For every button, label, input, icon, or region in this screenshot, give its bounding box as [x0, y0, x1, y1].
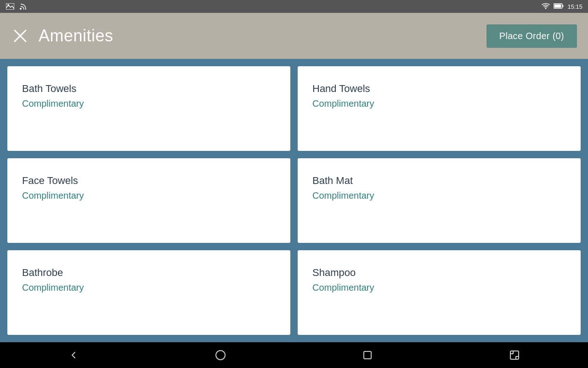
svg-rect-6: [563, 5, 564, 7]
wifi-icon: [542, 3, 550, 11]
rss-icon: [18, 3, 28, 10]
status-bar-right: 15:15: [542, 3, 582, 11]
amenity-price: Complimentary: [22, 190, 276, 201]
amenity-price: Complimentary: [22, 98, 276, 109]
amenity-name: Shampoo: [312, 267, 566, 279]
close-button[interactable]: [11, 27, 29, 45]
svg-point-2: [20, 8, 22, 10]
amenity-name: Face Towels: [22, 175, 276, 187]
amenity-name: Bath Mat: [312, 175, 566, 187]
amenity-card[interactable]: Face TowelsComplimentary: [7, 158, 290, 243]
battery-icon: [554, 3, 564, 10]
amenity-card[interactable]: Bath MatComplimentary: [298, 158, 581, 243]
back-button[interactable]: [60, 346, 87, 364]
status-bar: 15:15: [0, 0, 588, 13]
svg-rect-10: [364, 351, 371, 359]
place-order-button[interactable]: Place Order (0): [486, 24, 577, 48]
clock: 15:15: [567, 3, 582, 10]
page-title: Amenities: [39, 26, 113, 46]
amenity-name: Bath Towels: [22, 83, 276, 95]
amenity-price: Complimentary: [22, 282, 276, 293]
svg-point-9: [216, 351, 225, 360]
svg-rect-5: [554, 4, 561, 7]
screenshot-button[interactable]: [501, 346, 528, 364]
amenity-price: Complimentary: [312, 98, 566, 109]
app-bar: Amenities Place Order (0): [0, 13, 588, 59]
home-button[interactable]: [207, 346, 234, 364]
amenity-card[interactable]: ShampooComplimentary: [298, 250, 581, 335]
app-bar-left: Amenities: [11, 26, 113, 46]
nav-bar: [0, 342, 588, 368]
amenity-card[interactable]: BathrobeComplimentary: [7, 250, 290, 335]
image-icon: [6, 3, 15, 10]
svg-point-3: [545, 7, 547, 9]
amenity-card[interactable]: Hand TowelsComplimentary: [298, 66, 581, 151]
amenity-price: Complimentary: [312, 190, 566, 201]
status-bar-left: [6, 3, 28, 10]
amenity-name: Hand Towels: [312, 83, 566, 95]
amenity-price: Complimentary: [312, 282, 566, 293]
amenity-name: Bathrobe: [22, 267, 276, 279]
amenities-grid: Bath TowelsComplimentaryHand TowelsCompl…: [0, 59, 588, 342]
svg-rect-11: [510, 351, 519, 359]
amenity-card[interactable]: Bath TowelsComplimentary: [7, 66, 290, 151]
recents-button[interactable]: [354, 346, 381, 364]
